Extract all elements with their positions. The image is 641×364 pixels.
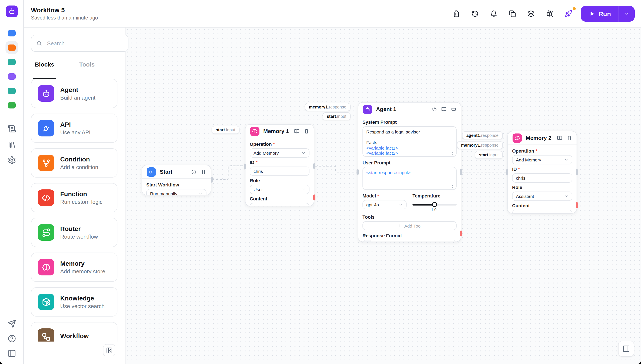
search-input[interactable] xyxy=(46,40,123,47)
workspace-chip-5[interactable] xyxy=(5,84,18,97)
collapse-sidebar-button[interactable] xyxy=(103,344,115,356)
run-button[interactable]: Run xyxy=(581,6,618,22)
node-start[interactable]: Start Start Workflow Run manually xyxy=(142,165,211,195)
block-card-function[interactable]: Function Run custom logic xyxy=(31,183,118,212)
operation-select[interactable]: Add Memory xyxy=(512,155,572,164)
toggle-right-panel-button[interactable] xyxy=(618,341,634,357)
block-name: Memory xyxy=(60,260,105,266)
workspace-color-swatch xyxy=(8,59,16,65)
block-card-agent[interactable]: Agent Build an agent xyxy=(31,79,118,108)
bell-icon xyxy=(490,10,497,17)
node-title: Memory 1 xyxy=(263,128,290,134)
chevron-down-icon xyxy=(564,194,568,198)
knowledge-library-button[interactable] xyxy=(7,140,16,149)
field-label: Start Workflow xyxy=(146,182,207,187)
workspace-chip-3[interactable] xyxy=(5,56,18,68)
agent1-input-handle[interactable] xyxy=(357,169,359,175)
id-input[interactable]: chris xyxy=(512,173,572,183)
node-memory1[interactable]: Memory 1 Operation* Add Memory ID* chris… xyxy=(245,124,314,206)
variables-button[interactable] xyxy=(527,10,535,17)
debug-button[interactable] xyxy=(546,10,554,17)
code-icon xyxy=(38,190,54,206)
logs-button[interactable] xyxy=(7,124,16,134)
robot-icon xyxy=(38,85,54,102)
chevron-down-icon xyxy=(301,187,306,192)
block-card-router[interactable]: Router Route workflow xyxy=(31,218,118,247)
system-prompt-line: <variable.fact1> xyxy=(366,145,453,150)
block-name: Agent xyxy=(60,86,95,93)
memory2-input-handle[interactable] xyxy=(506,169,508,175)
chevron-down-icon xyxy=(624,11,629,16)
block-card-knowledge[interactable]: Knowledge Use vector search xyxy=(31,287,118,316)
book-open-icon[interactable] xyxy=(557,136,562,140)
model-select[interactable]: gpt-4o xyxy=(362,200,407,209)
role-select[interactable]: User xyxy=(250,185,309,194)
id-input[interactable]: chris xyxy=(250,166,309,176)
workspace-color-swatch xyxy=(8,73,16,80)
block-description: Add a condition xyxy=(60,164,98,170)
workspace-chip-1[interactable] xyxy=(5,27,18,40)
memory1-error-handle[interactable] xyxy=(313,194,315,200)
user-prompt-textarea[interactable]: <start.response.input> xyxy=(362,167,457,190)
add-tool-button[interactable]: Add Tool xyxy=(362,221,457,230)
info-icon[interactable] xyxy=(191,169,196,174)
workspace-chip-4[interactable] xyxy=(5,70,18,83)
response-format-editor[interactable]: 1 Enter JSON schema... xyxy=(362,240,457,242)
help-button[interactable] xyxy=(7,334,16,343)
deploy-button[interactable] xyxy=(565,10,572,17)
agent1-output-handle[interactable] xyxy=(460,169,462,175)
workspace-color-swatch xyxy=(8,30,16,36)
panel-portrait-icon[interactable] xyxy=(201,169,206,174)
code-icon[interactable] xyxy=(432,106,437,112)
save-status: Saved less than a minute ago xyxy=(31,15,98,20)
panel-portrait-icon[interactable] xyxy=(304,128,309,134)
block-card-condition[interactable]: Condition Add a condition xyxy=(31,148,118,178)
tab-blocks[interactable]: Blocks xyxy=(34,60,55,74)
field-label: Operation* xyxy=(250,142,309,146)
temperature-value: 1.0 xyxy=(431,208,457,212)
slider-knob[interactable] xyxy=(432,202,437,207)
block-name: API xyxy=(60,121,91,128)
content-input[interactable]: <start.response.input.input> xyxy=(250,203,309,206)
node-title: Agent 1 xyxy=(376,106,428,112)
memory2-output-handle[interactable] xyxy=(576,169,578,175)
feedback-button[interactable] xyxy=(7,319,16,328)
sidebar-tabs: Blocks Tools xyxy=(23,60,125,74)
start-mode-select[interactable]: Run manually xyxy=(146,189,207,195)
json-schema-placeholder: Enter JSON schema... xyxy=(371,240,428,242)
content-input[interactable]: <agent1.response.content> xyxy=(512,210,572,214)
settings-button[interactable] xyxy=(7,156,16,165)
book-open-icon[interactable] xyxy=(294,128,299,134)
temperature-slider[interactable] xyxy=(412,204,457,206)
block-card-workflow[interactable]: Workflow xyxy=(31,322,118,342)
agent1-error-handle[interactable] xyxy=(460,230,462,236)
tab-tools[interactable]: Tools xyxy=(79,60,96,74)
field-label: Temperature xyxy=(412,193,457,198)
rocket-icon xyxy=(565,10,572,17)
delete-workflow-button[interactable] xyxy=(453,10,460,17)
block-card-memory[interactable]: Memory Add memory store xyxy=(31,252,118,282)
memory2-error-handle[interactable] xyxy=(576,202,578,208)
run-options-button[interactable] xyxy=(619,6,635,22)
system-prompt-textarea[interactable]: Respond as a legal advisor Facts:<variab… xyxy=(362,126,457,157)
panel-portrait-icon[interactable] xyxy=(567,136,572,140)
role-select[interactable]: Assistant xyxy=(512,192,572,201)
operation-select[interactable]: Add Memory xyxy=(250,148,309,158)
book-open-icon[interactable] xyxy=(441,106,446,112)
help-icon xyxy=(8,334,16,343)
notifications-button[interactable] xyxy=(490,10,498,17)
system-prompt-line: <variable.fact2> xyxy=(366,150,453,156)
start-output-handle[interactable] xyxy=(211,177,213,183)
toggle-panel-button[interactable] xyxy=(7,349,16,358)
duplicate-button[interactable] xyxy=(509,10,516,17)
panel-landscape-icon[interactable] xyxy=(451,106,456,112)
node-memory2[interactable]: Memory 2 Operation* Add Memory ID* chris… xyxy=(507,131,577,214)
workspace-chip-2[interactable] xyxy=(5,41,18,54)
history-button[interactable] xyxy=(471,10,479,17)
memory1-input-handle[interactable] xyxy=(244,164,246,170)
block-card-api[interactable]: API Use any API xyxy=(31,114,118,143)
workspace-chip-6[interactable] xyxy=(5,99,18,112)
edge-label: start.input xyxy=(323,112,351,120)
memory1-output-handle[interactable] xyxy=(313,163,315,169)
node-agent1[interactable]: Agent 1 System Prompt Respond as a legal… xyxy=(358,102,461,242)
